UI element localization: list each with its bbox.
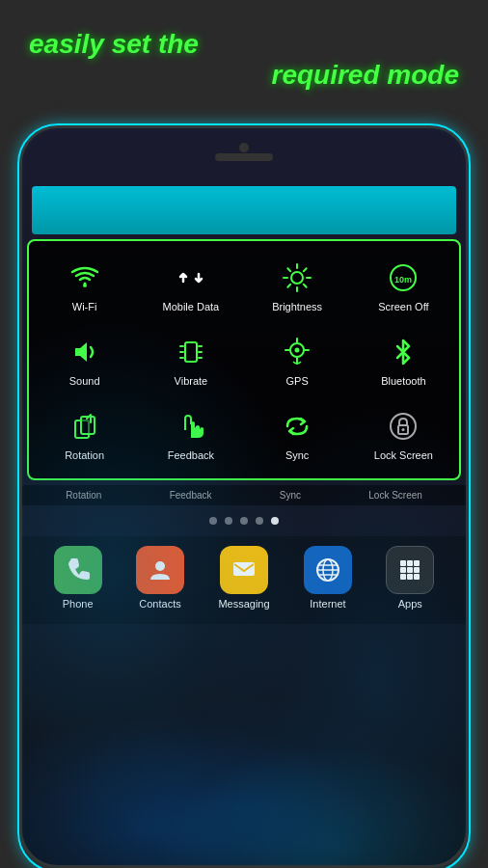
phone-top-bar — [22, 128, 466, 186]
phone-frame: Wi-Fi Mobile Data — [19, 125, 469, 868]
phone-side-button-right — [466, 186, 469, 210]
header-line1: easily set the — [29, 29, 488, 60]
phone-side-button-left — [19, 205, 22, 234]
phone-camera — [239, 143, 249, 152]
phone-speaker — [215, 153, 273, 161]
bokeh-background — [22, 672, 466, 865]
header-line2: required mode — [29, 60, 488, 91]
header-section: easily set the required mode — [0, 29, 488, 91]
